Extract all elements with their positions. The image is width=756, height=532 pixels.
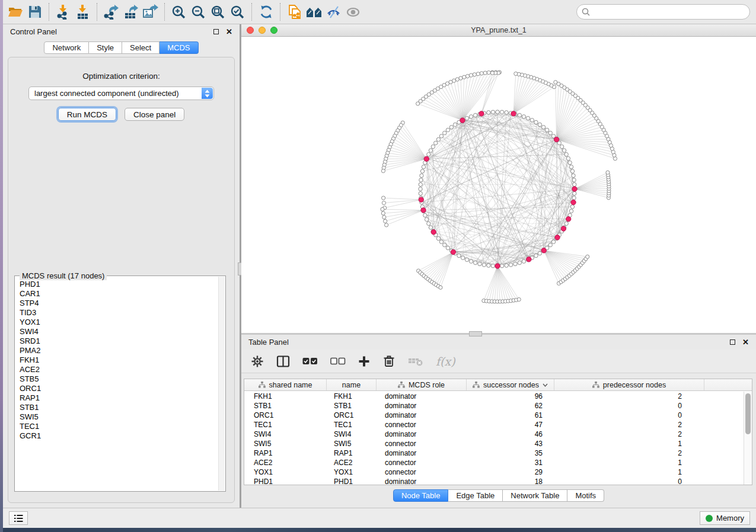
graph-node[interactable] (522, 115, 525, 118)
graph-node[interactable] (423, 213, 427, 217)
graph-node[interactable] (439, 286, 442, 289)
result-node-item[interactable]: ORC1 (20, 384, 217, 393)
graph-node[interactable] (382, 201, 385, 204)
graph-node[interactable] (425, 217, 428, 221)
mcds-hub-node[interactable] (451, 249, 455, 254)
graph-node[interactable] (483, 71, 487, 75)
scrollbar-thumb[interactable] (745, 393, 751, 434)
graph-node[interactable] (449, 126, 453, 129)
graph-node[interactable] (473, 73, 476, 76)
table-row[interactable]: PHD1PHD1dominator180 (244, 477, 744, 485)
deselect-all-rows-button[interactable] (330, 354, 346, 369)
graph-node[interactable] (551, 240, 555, 243)
table-row[interactable]: TEC1TEC1connector472 (244, 420, 744, 430)
result-node-item[interactable]: PMA2 (20, 346, 217, 355)
mcds-hub-node[interactable] (495, 264, 500, 268)
delete-selected-button[interactable] (382, 354, 395, 369)
mcds-hub-node[interactable] (541, 248, 546, 253)
export-network-button[interactable] (101, 2, 121, 22)
graph-node[interactable] (462, 75, 466, 79)
import-table-button[interactable] (73, 2, 92, 22)
save-session-button[interactable] (25, 2, 44, 22)
graph-node[interactable] (478, 262, 481, 265)
mcds-hub-node[interactable] (419, 197, 423, 202)
graph-node[interactable] (568, 161, 572, 164)
graph-node[interactable] (461, 256, 464, 259)
graph-node[interactable] (526, 116, 529, 120)
graph-node[interactable] (474, 261, 477, 264)
export-table-button[interactable] (121, 2, 141, 22)
refresh-layout-button[interactable] (256, 2, 276, 22)
horizontal-splitter[interactable] (241, 333, 756, 335)
show-task-history-button[interactable] (9, 511, 28, 525)
graph-node[interactable] (436, 137, 440, 141)
graph-node[interactable] (439, 134, 443, 138)
graph-node[interactable] (453, 123, 457, 126)
tab-style[interactable]: Style (89, 41, 122, 54)
table-tab-motifs[interactable]: Motifs (567, 489, 604, 502)
attribute-settings-button[interactable] (251, 354, 264, 369)
zoom-out-button[interactable] (189, 2, 208, 22)
graph-node[interactable] (569, 165, 573, 169)
graph-node[interactable] (385, 223, 388, 227)
graph-node[interactable] (487, 111, 490, 114)
mcds-hub-node[interactable] (421, 208, 426, 213)
graph-node[interactable] (530, 118, 534, 122)
graph-node[interactable] (500, 264, 503, 268)
table-row[interactable]: ORC1ORC1dominator610 (244, 411, 744, 420)
graph-node[interactable] (518, 113, 521, 117)
graph-node[interactable] (573, 191, 576, 195)
graph-node[interactable] (573, 182, 576, 186)
graph-node[interactable] (572, 196, 576, 200)
graph-node[interactable] (570, 169, 574, 173)
graph-node[interactable] (443, 243, 446, 246)
graph-node[interactable] (469, 73, 473, 77)
graph-node[interactable] (482, 263, 486, 267)
graph-node[interactable] (534, 120, 538, 124)
show-all-button[interactable] (343, 2, 363, 22)
mcds-hub-node[interactable] (527, 257, 531, 262)
export-image-button[interactable] (141, 2, 160, 22)
graph-node[interactable] (500, 110, 503, 114)
graph-node[interactable] (431, 145, 435, 148)
result-node-item[interactable]: TID3 (20, 308, 217, 318)
column-header-shared-name[interactable]: shared name (244, 379, 327, 390)
result-node-item[interactable]: CAR1 (20, 289, 217, 299)
graph-node[interactable] (446, 246, 449, 249)
graph-node[interactable] (490, 71, 494, 75)
new-network-from-selection-button[interactable] (285, 2, 304, 22)
result-node-item[interactable]: SRD1 (20, 336, 217, 346)
graph-node[interactable] (465, 258, 468, 261)
graph-node[interactable] (509, 263, 512, 267)
graph-node[interactable] (457, 254, 461, 257)
graph-node[interactable] (518, 261, 521, 264)
graph-node[interactable] (476, 72, 480, 76)
mcds-hub-node[interactable] (424, 156, 429, 161)
mcds-hub-node[interactable] (431, 229, 436, 234)
table-row[interactable]: YOX1YOX1connector291 (244, 467, 744, 477)
graph-node[interactable] (419, 178, 423, 182)
open-file-button[interactable] (5, 2, 25, 22)
result-node-item[interactable]: TEC1 (20, 422, 217, 431)
graph-node[interactable] (429, 226, 432, 229)
result-node-item[interactable]: STB1 (20, 403, 217, 412)
tab-mcds[interactable]: MCDS (160, 41, 198, 54)
result-node-item[interactable]: SWI4 (20, 327, 217, 336)
graph-node[interactable] (381, 169, 385, 172)
result-node-item[interactable]: RAP1 (20, 393, 217, 403)
import-network-button[interactable] (53, 2, 73, 22)
graph-node[interactable] (538, 251, 541, 255)
minimize-window-icon[interactable] (259, 27, 266, 34)
result-node-item[interactable]: SWI5 (20, 412, 217, 422)
graph-node[interactable] (419, 191, 422, 195)
graph-node[interactable] (562, 149, 566, 152)
create-column-button[interactable] (358, 354, 370, 369)
mcds-hub-node[interactable] (554, 137, 559, 142)
graph-node[interactable] (419, 182, 422, 186)
graph-node[interactable] (381, 207, 384, 211)
graph-node[interactable] (480, 72, 483, 75)
graph-node[interactable] (545, 128, 548, 132)
table-row[interactable]: FKH1FKH1dominator962 (244, 392, 744, 401)
graph-node[interactable] (422, 165, 425, 169)
result-scrollbar[interactable] (218, 277, 225, 491)
